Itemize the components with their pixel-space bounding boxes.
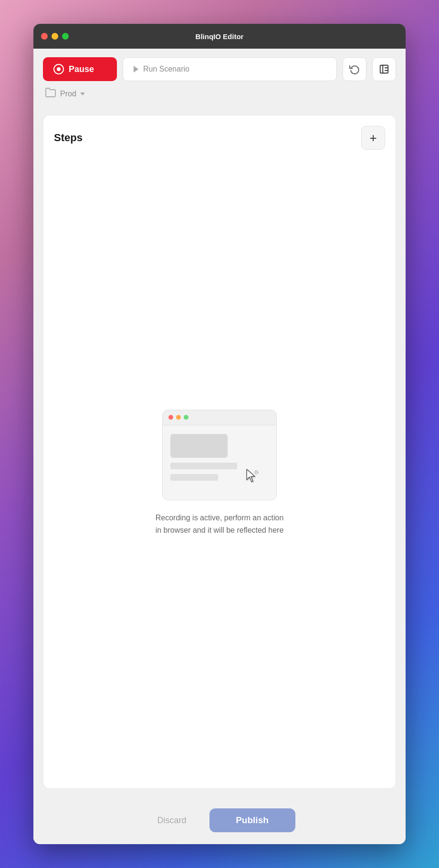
browser-dot-red: [168, 415, 173, 420]
publish-button[interactable]: Publish: [209, 808, 295, 832]
env-row: Prod: [43, 87, 396, 101]
reload-button[interactable]: [343, 57, 366, 81]
steps-body: Recording is active, perform an action i…: [43, 157, 396, 788]
recording-message: Recording is active, perform an action i…: [156, 512, 284, 536]
browser-placeholder-line-2: [170, 474, 218, 481]
sidebar-icon: [379, 64, 389, 74]
browser-dot-orange: [176, 415, 181, 420]
window-title: BlinqIO Editor: [196, 32, 244, 41]
record-dot: [57, 67, 61, 71]
add-step-button[interactable]: +: [361, 126, 385, 150]
pause-button[interactable]: Pause: [43, 57, 117, 81]
discard-button[interactable]: Discard: [144, 809, 199, 832]
close-button[interactable]: [41, 33, 48, 40]
publish-label: Publish: [236, 815, 269, 825]
toolbar-main-row: Pause Run Scenario: [43, 57, 396, 81]
toolbar: Pause Run Scenario: [33, 49, 406, 107]
folder-icon: [45, 87, 56, 101]
browser-title-bar: [163, 410, 276, 425]
fullscreen-button[interactable]: [62, 33, 69, 40]
play-icon: [134, 66, 138, 72]
run-scenario-label: Run Scenario: [143, 65, 189, 73]
svg-rect-0: [380, 65, 388, 73]
steps-title: Steps: [54, 132, 83, 144]
cursor-icon: [245, 467, 260, 486]
footer: Discard Publish: [33, 796, 406, 844]
browser-placeholder-block: [170, 434, 228, 458]
browser-illustration: [162, 410, 277, 500]
app-window: BlinqIO Editor Pause Run Scenario: [33, 24, 406, 844]
title-bar: BlinqIO Editor: [33, 24, 406, 49]
main-content: Steps +: [33, 107, 406, 796]
steps-header: Steps +: [43, 115, 396, 157]
svg-point-4: [255, 471, 258, 474]
browser-dot-green: [184, 415, 188, 420]
steps-card: Steps +: [43, 115, 396, 789]
run-scenario-button[interactable]: Run Scenario: [123, 57, 337, 81]
traffic-lights: [41, 33, 69, 40]
env-label: Prod: [60, 90, 76, 98]
recording-line-2: in browser and it will be reflected here: [156, 526, 284, 534]
sidebar-toggle-button[interactable]: [372, 57, 396, 81]
browser-placeholder-line-1: [170, 463, 237, 469]
discard-label: Discard: [157, 816, 186, 825]
chevron-down-icon: [80, 93, 85, 95]
reload-icon: [349, 64, 360, 74]
recording-line-1: Recording is active, perform an action: [156, 514, 284, 522]
pause-label: Pause: [69, 64, 94, 74]
minimize-button[interactable]: [52, 33, 58, 40]
add-icon: +: [369, 132, 376, 144]
record-icon: [53, 64, 64, 74]
